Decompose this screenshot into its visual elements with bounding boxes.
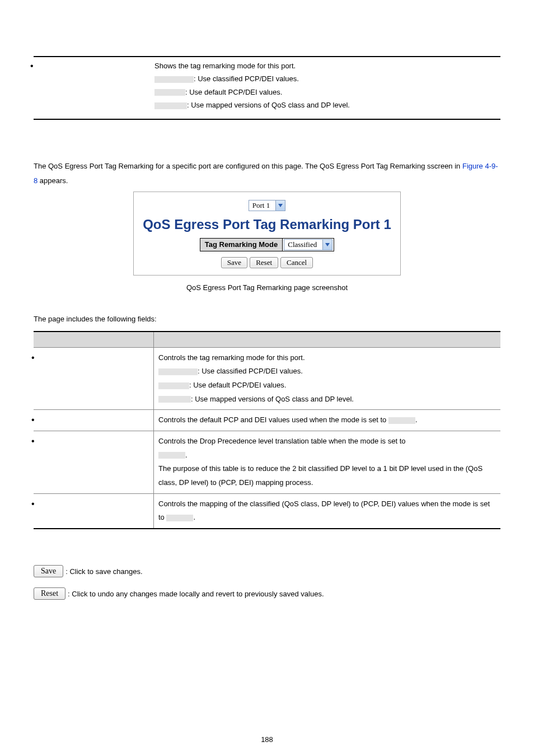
chevron-down-icon[interactable] (323, 239, 332, 250)
table-row: Controls the default PCP and DEI values … (34, 410, 500, 431)
cancel-button[interactable]: Cancel (280, 257, 313, 268)
svg-marker-0 (278, 204, 283, 207)
intro-paragraph: The QoS Egress Port Tag Remarking for a … (34, 159, 500, 188)
page-number: 188 (0, 735, 534, 744)
table-row: Controls the Drop Precedence level trans… (34, 431, 500, 494)
mode-description-table: Shows the tag remarking mode for this po… (34, 56, 500, 120)
fields-intro: The page includes the following fields: (34, 312, 500, 326)
grey-placeholder (158, 396, 191, 403)
save-button-image: Save (34, 565, 63, 577)
qos-remarking-screenshot: Port 1 QoS Egress Port Tag Remarking Por… (133, 192, 401, 276)
table1-object-cell (34, 57, 151, 114)
port-select[interactable]: Port 1 (249, 200, 276, 211)
mode-select[interactable]: Classified (284, 239, 323, 250)
grey-placeholder (388, 417, 415, 424)
grey-placeholder (166, 515, 193, 521)
table1-line2: : Use default PCP/DEI values. (154, 86, 497, 99)
table-row: Controls the mapping of the classified (… (34, 493, 500, 529)
table-row: Controls the tag remarking mode for this… (34, 347, 500, 410)
fields-table: Controls the tag remarking mode for this… (34, 331, 500, 530)
r3-l1-end: . (185, 451, 188, 459)
r1-l2: : Use default PCP/DEI values. (158, 379, 496, 393)
r3-l1: Controls the Drop Precedence level trans… (158, 435, 496, 449)
r2: Controls the default PCP and DEI values … (158, 413, 496, 427)
grey-placeholder (154, 102, 187, 109)
r4: Controls the mapping of the classified (… (158, 497, 496, 525)
grey-placeholder (158, 452, 185, 459)
svg-marker-1 (325, 243, 330, 246)
r1-intro: Controls the tag remarking mode for this… (158, 351, 496, 365)
chevron-down-icon[interactable] (276, 200, 285, 211)
reset-text: : Click to undo any changes made locally… (68, 590, 324, 598)
screenshot-title: QoS Egress Port Tag Remarking Port 1 (140, 217, 394, 232)
table1-line1: : Use classified PCP/DEI values. (154, 72, 497, 85)
table1-description-cell: Shows the tag remarking mode for this po… (151, 57, 500, 114)
reset-button[interactable]: Reset (250, 257, 278, 268)
grey-placeholder (158, 382, 189, 389)
r1-l3: : Use mapped versions of QoS class and D… (158, 393, 496, 407)
figure-caption: QoS Egress Port Tag Remarking page scree… (34, 283, 500, 292)
grey-placeholder (154, 76, 194, 83)
table1-line3: : Use mapped versions of QoS class and D… (154, 99, 497, 111)
table1-intro: Shows the tag remarking mode for this po… (154, 59, 497, 72)
save-button[interactable]: Save (221, 257, 247, 268)
grey-placeholder (154, 89, 185, 96)
r3-l2: The purpose of this table is to reduce t… (158, 462, 496, 489)
tag-remarking-mode-table: Tag Remarking Mode Classified (200, 238, 335, 251)
save-instruction: Save : Click to save changes. (34, 565, 500, 577)
reset-button-image: Reset (34, 587, 65, 600)
reset-instruction: Reset : Click to undo any changes made l… (34, 587, 500, 600)
r1-l1: : Use classified PCP/DEI values. (158, 365, 496, 379)
save-text: : Click to save changes. (65, 567, 142, 576)
grey-placeholder (158, 368, 198, 375)
col-object (34, 332, 154, 348)
col-description (154, 332, 501, 348)
mode-label: Tag Remarking Mode (200, 238, 283, 251)
